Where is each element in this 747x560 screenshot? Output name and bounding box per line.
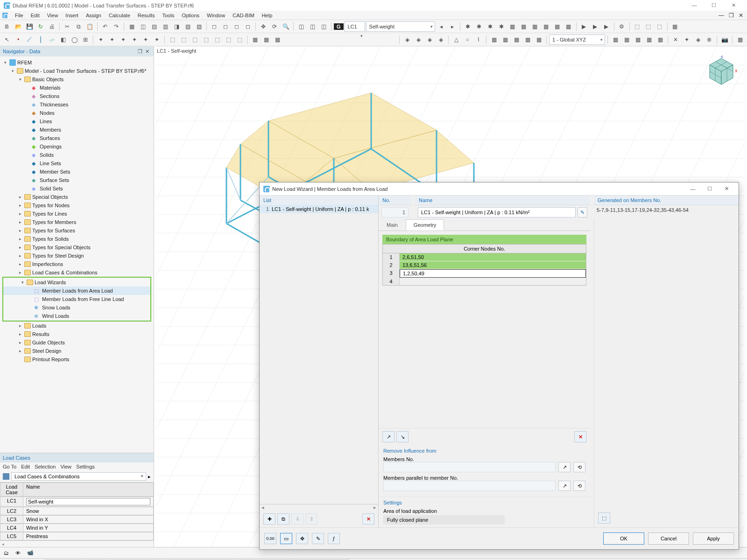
edit-2-icon[interactable]: ⬚ xyxy=(178,35,189,45)
cam-icon[interactable]: 📷 xyxy=(719,35,730,45)
cut-icon[interactable]: ✂ xyxy=(62,21,72,32)
snap-a-icon[interactable]: ✕ xyxy=(670,35,681,45)
visibility-1-icon[interactable]: ◻ xyxy=(209,21,219,32)
members-undo-icon[interactable]: ⟲ xyxy=(573,462,585,472)
vw-e-icon[interactable]: ▦ xyxy=(655,35,665,45)
support-icon[interactable]: △ xyxy=(451,35,461,45)
num-3-icon[interactable]: ▦ xyxy=(511,35,521,45)
tree-item[interactable]: Loads xyxy=(32,323,46,329)
tree-item[interactable]: Openings xyxy=(40,144,62,149)
node-icon[interactable]: • xyxy=(13,35,23,45)
navigator-tree[interactable]: ▾RFEM ▾Model - Load Transfer Surfaces - … xyxy=(0,56,154,365)
snap-d-icon[interactable]: ⊗ xyxy=(704,35,714,45)
lc-row[interactable]: Wind in X xyxy=(23,515,154,524)
view-z-icon[interactable]: ◈ xyxy=(436,35,446,45)
lc-prev-icon[interactable]: ◂ xyxy=(436,21,446,32)
modify-5-icon[interactable]: ✦ xyxy=(141,35,151,45)
tree-item[interactable]: Results xyxy=(32,331,49,337)
lc-short-dropdown[interactable]: LC1 xyxy=(345,21,365,32)
tree-item[interactable]: Solids xyxy=(40,152,54,158)
window-3-icon[interactable]: ◫ xyxy=(318,21,329,32)
lc-row[interactable] xyxy=(23,497,154,507)
tree-item[interactable]: Types for Members xyxy=(32,219,76,225)
tree-item[interactable]: Steel Design xyxy=(32,348,61,354)
lc-name-input[interactable] xyxy=(26,498,150,505)
save-icon[interactable]: 💾 xyxy=(24,21,35,32)
menu-help[interactable]: Help xyxy=(259,12,276,19)
tree-wizard-area-load[interactable]: Member Loads from Area Load xyxy=(42,288,113,294)
list-copy-icon[interactable]: ⧉ xyxy=(277,513,289,525)
tree-wizard-wind[interactable]: Wind Loads xyxy=(42,313,69,319)
result-1-icon[interactable]: ✱ xyxy=(463,21,473,32)
tree-item[interactable]: Line Sets xyxy=(40,161,61,166)
lc-row[interactable]: Wind in Y xyxy=(23,524,154,532)
tool-c-icon[interactable]: ⬚ xyxy=(655,21,665,32)
snap-c-icon[interactable]: ◈ xyxy=(693,35,703,45)
list-import-icon[interactable]: ⇩ xyxy=(291,513,303,525)
window-2-icon[interactable]: ◫ xyxy=(307,21,317,32)
tree-item[interactable]: Members xyxy=(40,127,61,133)
redo-icon[interactable]: ↷ xyxy=(111,21,121,32)
tree-item[interactable]: Solid Sets xyxy=(40,186,63,191)
units-icon[interactable]: 0.00 xyxy=(264,533,276,544)
script-icon[interactable]: ƒ xyxy=(328,533,340,544)
geom-row-1[interactable]: 2,6,51,50 xyxy=(400,253,586,261)
edit-3-icon[interactable]: ⬚ xyxy=(190,35,200,45)
num-5-icon[interactable]: ▦ xyxy=(534,35,544,45)
tree-item[interactable]: Special Objects xyxy=(32,194,68,200)
num-1-icon[interactable]: ▦ xyxy=(489,35,499,45)
members-pick-icon[interactable]: ↗ xyxy=(558,462,571,472)
line-icon[interactable]: ／ xyxy=(24,35,35,45)
preview-tool-icon[interactable]: ⬚ xyxy=(598,512,610,524)
vw-d-icon[interactable]: ▦ xyxy=(644,35,654,45)
close-button[interactable]: ✕ xyxy=(724,0,743,10)
mesh-2-icon[interactable]: ▦ xyxy=(261,35,271,45)
mesh-3-icon[interactable]: ▦ xyxy=(272,35,282,45)
select-icon[interactable]: ↖ xyxy=(2,35,12,45)
result-10-icon[interactable]: ▦ xyxy=(564,21,574,32)
display-icon[interactable]: ◫ xyxy=(138,21,148,32)
result-2-icon[interactable]: ✱ xyxy=(474,21,484,32)
refresh-icon[interactable]: ↻ xyxy=(35,21,46,32)
anim-1-icon[interactable]: ▶ xyxy=(579,21,589,32)
num-2-icon[interactable]: ▦ xyxy=(500,35,510,45)
modify-3-icon[interactable]: ✦ xyxy=(118,35,128,45)
dialog-titlebar[interactable]: New Load Wizard | Member Loads from Area… xyxy=(260,182,739,196)
spring-icon[interactable]: ⌇ xyxy=(473,35,484,45)
opening-icon[interactable]: ◯ xyxy=(69,35,79,45)
tree-item[interactable]: Materials xyxy=(40,85,61,91)
lc-row[interactable]: Prestress xyxy=(23,532,154,540)
result-7-icon[interactable]: ▦ xyxy=(530,21,540,32)
display-2-icon[interactable]: ▤ xyxy=(149,21,159,32)
menu-calculate[interactable]: Calculate xyxy=(106,12,134,19)
list-delete-icon[interactable]: ✕ xyxy=(362,513,374,525)
ext-icon[interactable]: ▦ xyxy=(735,35,745,45)
tree-item[interactable]: Imperfections xyxy=(32,261,63,267)
menu-insert[interactable]: Insert xyxy=(62,12,82,19)
app-menu-icon[interactable] xyxy=(2,13,8,18)
tree-load-wizards[interactable]: Load Wizards xyxy=(35,280,66,285)
display-4-icon[interactable]: ◨ xyxy=(171,21,182,32)
modify-1-icon[interactable]: ✦ xyxy=(96,35,106,45)
lc-row[interactable]: Snow xyxy=(23,507,154,515)
name-edit-icon[interactable]: ✎ xyxy=(578,207,587,217)
name-input[interactable] xyxy=(418,207,576,217)
geom-row-4[interactable] xyxy=(400,278,586,285)
menu-window[interactable]: Window xyxy=(204,12,228,19)
assign-graphically-icon[interactable]: ▭ xyxy=(280,533,292,544)
menu-cadbim[interactable]: CAD-BIM xyxy=(229,12,257,19)
tab-main[interactable]: Main xyxy=(379,219,406,231)
members-no-input[interactable] xyxy=(383,462,556,472)
list-new-icon[interactable]: ✚ xyxy=(263,513,275,525)
hinge-icon[interactable]: ○ xyxy=(462,35,472,45)
edit-4-icon[interactable]: ⬚ xyxy=(201,35,211,45)
tree-item[interactable]: Sections xyxy=(40,93,59,99)
undo-icon[interactable]: ↶ xyxy=(100,21,110,32)
anim-3-icon[interactable]: ▶ xyxy=(601,21,612,32)
set-icon[interactable]: ⊞ xyxy=(80,35,91,45)
menu-assign[interactable]: Assign xyxy=(83,12,105,19)
visibility-3-icon[interactable]: ◻ xyxy=(232,21,242,32)
pick-icon[interactable]: ✎ xyxy=(312,533,324,544)
solid-icon[interactable]: ◧ xyxy=(58,35,68,45)
rotate-icon[interactable]: ⟳ xyxy=(269,21,280,32)
